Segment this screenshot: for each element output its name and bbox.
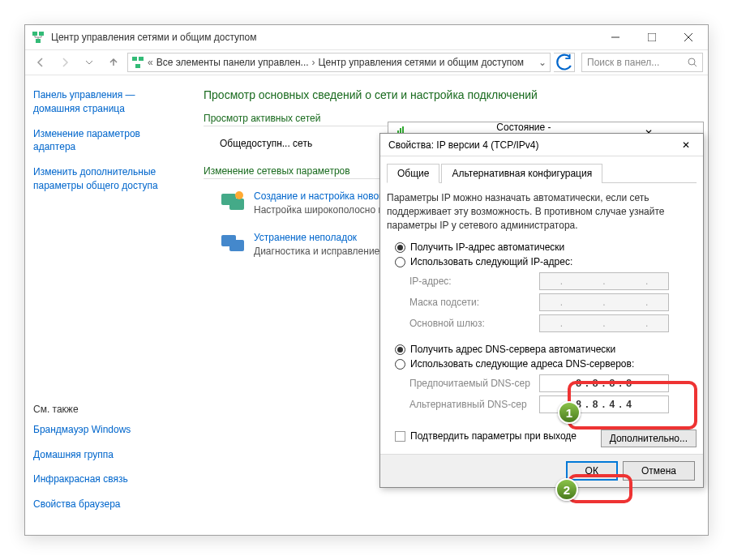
new-connection-icon [220,190,246,213]
confirm-checkbox[interactable] [395,431,405,442]
refresh-button[interactable] [554,53,575,72]
troubleshoot-icon [220,232,246,254]
sidebar-browser-link[interactable]: Свойства браузера [33,498,179,511]
network-type-label: Общедоступн... сеть [220,138,312,149]
forward-button[interactable] [54,52,75,73]
sidebar: Панель управления — домашняя страница Из… [25,75,187,535]
svg-rect-0 [32,32,37,36]
minimize-button[interactable] [597,26,633,49]
dialog-title: Свойства: IP версии 4 (TCP/IPv4) [388,139,674,151]
breadcrumb-item[interactable]: Все элементы панели управлен... [156,57,309,68]
radio-icon [395,257,405,267]
see-also-heading: См. также [33,404,179,415]
page-heading: Просмотр основных сведений о сети и наст… [204,88,692,101]
back-button[interactable] [30,52,51,73]
dns1-input[interactable]: 8 . 8 . 8 . 8 [539,374,669,392]
svg-rect-1 [39,32,44,36]
maximize-button[interactable] [633,26,670,49]
ip-manual-radio[interactable]: Использовать следующий IP-адрес: [395,256,697,267]
dns1-label: Предпочитаемый DNS-сер [409,378,539,389]
radio-icon [395,359,405,370]
callout-badge-2: 2 [555,478,578,501]
subnet-mask-label: Маска подсети: [409,297,539,308]
ip-address-input: ... [539,272,669,290]
tabs: Общие Альтернативная конфигурация [387,163,697,183]
dns-manual-label: Использовать следующие адреса DNS-сервер… [410,358,634,370]
svg-rect-3 [648,33,656,41]
callout-badge-1: 1 [558,401,581,424]
radio-icon [395,344,405,355]
dns2-label: Альтернативный DNS-сер [409,399,539,410]
svg-rect-5 [139,57,144,61]
ip-auto-label: Получить IP-адрес автоматически [410,242,564,253]
info-text: Параметры IP можно назначать автоматичес… [387,191,697,232]
dialog-close-button[interactable]: ✕ [674,135,698,155]
up-button[interactable] [103,52,124,73]
breadcrumb-path[interactable]: « Все элементы панели управлен... › Цент… [127,53,551,72]
ip-manual-label: Использовать следующий IP-адрес: [410,256,572,267]
titlebar: Центр управления сетями и общим доступом [25,25,708,49]
tab-alternate[interactable]: Альтернативная конфигурация [441,164,602,183]
advanced-button[interactable]: Дополнительно... [601,430,697,447]
breadcrumb-bar: « Все элементы панели управлен... › Цент… [25,49,708,75]
ip-auto-radio[interactable]: Получить IP-адрес автоматически [395,242,697,253]
svg-rect-12 [229,240,244,251]
gateway-label: Основной шлюз: [409,318,539,329]
gateway-input: ... [539,314,669,332]
tab-general[interactable]: Общие [387,164,439,183]
dns-manual-radio[interactable]: Использовать следующие адреса DNS-сервер… [395,358,697,370]
ok-button[interactable]: ОК [566,461,618,481]
sidebar-homegroup-link[interactable]: Домашняя группа [33,448,179,462]
chevron-down-icon[interactable]: ⌄ [538,57,547,68]
svg-rect-4 [132,57,137,61]
history-dropdown[interactable] [79,52,100,73]
sidebar-firewall-link[interactable]: Брандмауэр Windows [33,423,179,437]
ipv4-properties-dialog: Свойства: IP версии 4 (TCP/IPv4) ✕ Общие… [379,133,704,488]
breadcrumb-item[interactable]: Центр управления сетями и общим доступом [319,57,525,68]
network-icon [131,56,144,69]
svg-point-10 [235,191,243,199]
search-placeholder: Поиск в панел... [587,57,659,68]
sidebar-sharing-link[interactable]: Изменить дополнительные параметры общего… [33,165,179,193]
dns-auto-label: Получить адрес DNS-сервера автоматически [410,344,615,355]
dns-auto-radio[interactable]: Получить адрес DNS-сервера автоматически [395,344,697,355]
search-input[interactable]: Поиск в панел... [581,53,703,72]
sidebar-home-link[interactable]: Панель управления — домашняя страница [33,88,179,116]
window-title: Центр управления сетями и общим доступом [51,32,597,43]
chevron-icon: « [148,57,153,68]
svg-rect-2 [36,39,41,43]
sidebar-infrared-link[interactable]: Инфракрасная связь [33,472,179,486]
confirm-label: Подтвердить параметры при выходе [410,430,577,442]
chevron-right-icon: › [312,57,315,68]
radio-icon [395,242,405,253]
cancel-button[interactable]: Отмена [623,461,695,481]
close-button[interactable] [670,26,706,49]
svg-rect-9 [229,199,244,210]
network-icon [32,31,45,44]
sidebar-adapter-link[interactable]: Изменение параметров адаптера [33,127,179,155]
ip-address-label: IP-адрес: [409,276,539,287]
svg-rect-6 [135,64,140,68]
subnet-mask-input: ... [539,293,669,311]
svg-point-7 [688,58,695,65]
